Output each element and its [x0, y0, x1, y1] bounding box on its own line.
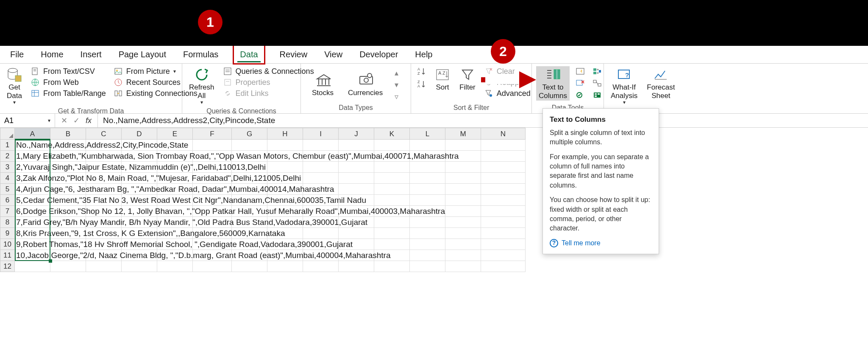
data-model-button[interactable] — [591, 90, 604, 100]
cell[interactable] — [267, 162, 303, 173]
flash-fill-button[interactable] — [574, 66, 587, 76]
cell[interactable] — [481, 140, 526, 151]
cell[interactable] — [481, 151, 526, 162]
tab-review[interactable]: Review — [277, 47, 310, 62]
cell[interactable] — [374, 228, 410, 239]
name-box-input[interactable] — [4, 116, 38, 125]
cell[interactable] — [157, 261, 193, 272]
refresh-all-button[interactable]: Refresh All ▾ — [186, 66, 217, 107]
cell[interactable] — [445, 184, 481, 195]
tab-insert[interactable]: Insert — [78, 47, 104, 62]
column-header[interactable]: M — [445, 128, 481, 140]
cell[interactable] — [122, 261, 157, 272]
cell[interactable] — [481, 195, 526, 206]
cell[interactable]: 10,Jacob George,"2/d, Naaz Cinema Bldg, … — [15, 250, 50, 261]
column-header[interactable]: E — [157, 128, 193, 140]
expand-icon[interactable]: ▿ — [395, 92, 398, 101]
sort-asc-button[interactable]: AZ — [415, 66, 428, 76]
cell[interactable] — [445, 162, 481, 173]
tab-home[interactable]: Home — [38, 47, 66, 62]
cell[interactable] — [445, 261, 481, 272]
column-header[interactable]: D — [122, 128, 157, 140]
spreadsheet-grid[interactable]: 123456789101112 ABCDEFGHIJKLMN No.,Name,… — [0, 128, 868, 272]
cell[interactable] — [410, 250, 445, 261]
cell[interactable] — [374, 162, 410, 173]
row-header[interactable]: 5 — [0, 184, 15, 195]
cell[interactable] — [481, 173, 526, 184]
cell[interactable] — [339, 140, 374, 151]
column-header[interactable]: A — [15, 128, 50, 140]
tab-data[interactable]: Data — [237, 47, 260, 62]
cell[interactable] — [410, 195, 445, 206]
column-header[interactable]: F — [193, 128, 232, 140]
cell[interactable] — [481, 250, 526, 261]
row-header[interactable]: 8 — [0, 217, 15, 228]
text-to-columns-button[interactable]: Text to Columns — [536, 66, 570, 101]
cell[interactable] — [410, 228, 445, 239]
cell[interactable] — [410, 140, 445, 151]
cell[interactable]: 2,Yuvaraj Singh,"Jaipur Estate, Nizammud… — [15, 162, 50, 173]
tab-formulas[interactable]: Formulas — [181, 47, 221, 62]
sort-button[interactable]: AZ Sort — [432, 66, 453, 93]
cell[interactable] — [445, 140, 481, 151]
cell[interactable] — [481, 162, 526, 173]
column-header[interactable]: K — [374, 128, 410, 140]
cell[interactable] — [232, 140, 267, 151]
cancel-icon[interactable]: ✕ — [61, 116, 67, 125]
cell[interactable] — [374, 239, 410, 250]
row-header[interactable]: 9 — [0, 228, 15, 239]
tell-me-more-link[interactable]: ? Tell me more — [550, 239, 652, 248]
cell[interactable]: 9,Robert Thomas,"18 Hv Shroff Memorial S… — [15, 239, 50, 250]
row-header[interactable]: 2 — [0, 151, 15, 162]
table-row[interactable]: 6,Dodge Erikson,"Shop No 12, 1, Jolly Bh… — [15, 206, 868, 217]
table-row[interactable]: No.,Name,Address,Address2,City,Pincode,S… — [15, 140, 868, 151]
column-header[interactable]: L — [410, 128, 445, 140]
tab-help[interactable]: Help — [412, 47, 435, 62]
cell[interactable] — [303, 140, 339, 151]
column-header[interactable]: H — [267, 128, 303, 140]
cell[interactable] — [445, 228, 481, 239]
cell[interactable]: 6,Dodge Erikson,"Shop No 12, 1, Jolly Bh… — [15, 206, 50, 217]
row-header[interactable]: 6 — [0, 195, 15, 206]
cell[interactable] — [193, 140, 232, 151]
row-header[interactable]: 12 — [0, 261, 15, 272]
cell[interactable] — [410, 173, 445, 184]
tab-page-layout[interactable]: Page Layout — [116, 47, 169, 62]
forecast-sheet-button[interactable]: Forecast Sheet — [644, 66, 677, 101]
formula-input[interactable]: No.,Name,Address,Address2,City,Pincode,S… — [98, 116, 868, 125]
chevron-down-icon[interactable]: ▾ — [48, 118, 50, 123]
table-row[interactable]: 1,Mary Elizabeth,"Kumbharwada, Sion Trom… — [15, 151, 868, 162]
cell[interactable] — [445, 195, 481, 206]
chevron-up-icon[interactable]: ▴ — [395, 68, 398, 78]
name-box[interactable]: ▾ — [0, 114, 55, 127]
cell[interactable] — [481, 239, 526, 250]
row-header[interactable]: 4 — [0, 173, 15, 184]
cell[interactable] — [481, 217, 526, 228]
row-header[interactable]: 3 — [0, 162, 15, 173]
cell[interactable] — [481, 228, 526, 239]
stocks-button[interactable]: Stocks — [309, 72, 336, 98]
table-row[interactable]: 8,Kris Praveen,"9, 1st Cross, K G Extens… — [15, 228, 868, 239]
from-text-csv-button[interactable]: From Text/CSV — [29, 66, 108, 76]
cell[interactable] — [339, 162, 374, 173]
cell[interactable] — [374, 173, 410, 184]
cell[interactable] — [303, 261, 339, 272]
cell[interactable]: 8,Kris Praveen,"9, 1st Cross, K G Extens… — [15, 228, 50, 239]
currencies-button[interactable]: Currencies — [345, 72, 385, 98]
cell[interactable] — [374, 140, 410, 151]
cell[interactable] — [410, 239, 445, 250]
table-row[interactable]: 2,Yuvaraj Singh,"Jaipur Estate, Nizammud… — [15, 162, 868, 173]
relationships-button[interactable] — [591, 78, 604, 88]
cell[interactable] — [374, 184, 410, 195]
cell[interactable] — [410, 162, 445, 173]
cell[interactable] — [86, 261, 122, 272]
filter-button[interactable]: Filter — [457, 66, 478, 93]
cell[interactable] — [339, 173, 374, 184]
cell[interactable]: 5,Cedar Clement,"35 Flat No 3, West Road… — [15, 195, 50, 206]
cell[interactable] — [481, 206, 526, 217]
get-data-button[interactable]: Get Data ▾ — [4, 66, 25, 107]
cell[interactable] — [339, 228, 374, 239]
cell[interactable] — [193, 261, 232, 272]
column-header[interactable]: G — [232, 128, 267, 140]
column-header[interactable]: I — [303, 128, 339, 140]
